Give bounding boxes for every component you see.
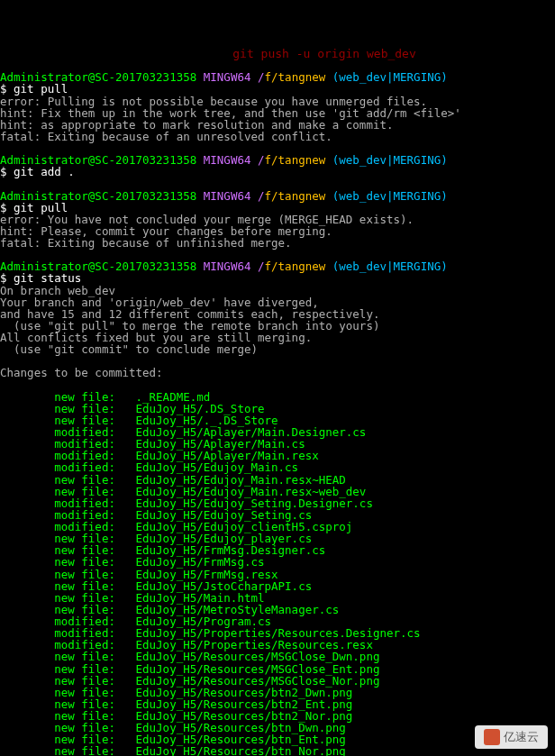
prompt-slash: / xyxy=(258,260,265,273)
prompt-branch: (web_dev|MERGING) xyxy=(332,189,448,203)
prompt-mingw: MINGW64 xyxy=(204,260,251,273)
watermark: 亿速云 xyxy=(475,725,548,749)
output-block-3: error: You have not concluded your merge… xyxy=(0,213,414,250)
prompt-slash: / xyxy=(258,153,265,167)
watermark-text: 亿速云 xyxy=(504,731,539,743)
cmd-git-add: $ git add . xyxy=(0,165,75,178)
prompt-slash: / xyxy=(258,70,265,84)
prompt-mingw: MINGW64 xyxy=(204,189,251,203)
prompt-branch: (web_dev|MERGING) xyxy=(332,153,448,167)
prompt-path: f/tangnew xyxy=(265,260,326,273)
status-files-list: new file: ._README.md new file: EduJoy_H… xyxy=(0,390,421,756)
prompt-mingw: MINGW64 xyxy=(204,153,251,167)
terminal-window[interactable]: git push -u origin web_dev Administrator… xyxy=(0,48,555,757)
prompt-branch: (web_dev|MERGING) xyxy=(332,70,448,84)
prompt-slash: / xyxy=(258,189,265,203)
top-hint-line: git push -u origin web_dev xyxy=(0,47,416,60)
prompt-mingw: MINGW64 xyxy=(204,70,251,84)
prompt-branch: (web_dev|MERGING) xyxy=(332,260,448,273)
watermark-logo-icon xyxy=(484,729,500,745)
prompt-path: f/tangnew xyxy=(265,153,326,167)
output-block-4: On branch web_dev Your branch and 'origi… xyxy=(0,284,379,380)
output-block-1: error: Pulling is not possible because y… xyxy=(0,95,461,143)
prompt-path: f/tangnew xyxy=(265,189,326,203)
prompt-path: f/tangnew xyxy=(265,70,326,84)
